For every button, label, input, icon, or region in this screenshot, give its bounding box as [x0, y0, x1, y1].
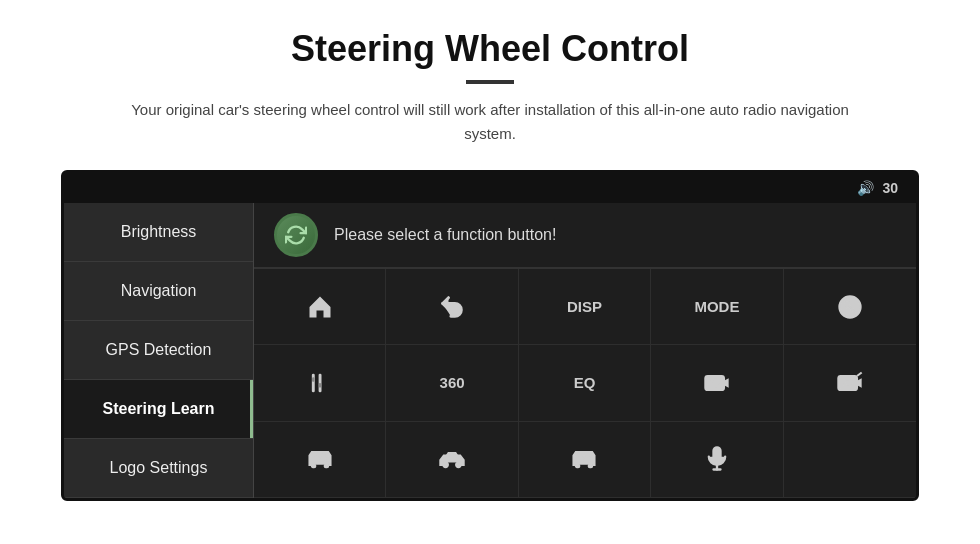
home-icon [306, 293, 334, 321]
car-cam2-button[interactable] [784, 345, 916, 421]
car-cam2-icon [836, 369, 864, 397]
device-content: Brightness Navigation GPS Detection Stee… [64, 203, 916, 498]
svg-point-18 [456, 463, 461, 468]
eq-label: EQ [574, 374, 596, 391]
device-top-bar: 🔊 30 [64, 173, 916, 203]
svg-point-17 [443, 463, 448, 468]
svg-line-12 [857, 372, 862, 376]
svg-point-11 [844, 379, 851, 386]
svg-point-8 [711, 379, 718, 386]
sidebar-item-navigation[interactable]: Navigation [64, 262, 253, 321]
volume-label: 30 [882, 180, 898, 196]
svg-rect-19 [576, 465, 580, 467]
car-rear-icon [570, 445, 598, 473]
car-side-button[interactable] [386, 422, 518, 498]
page-subtitle: Your original car's steering wheel contr… [110, 98, 870, 146]
main-header: Please select a function button! [254, 203, 916, 268]
svg-rect-13 [312, 465, 316, 467]
select-prompt: Please select a function button! [334, 226, 556, 244]
360-button[interactable]: 360 [386, 345, 518, 421]
phone-mute-button[interactable] [784, 269, 916, 345]
svg-rect-20 [589, 465, 593, 467]
main-panel: Please select a function button! [254, 203, 916, 498]
svg-rect-2 [312, 374, 315, 393]
car-cam1-icon [703, 369, 731, 397]
car-rear-button[interactable] [519, 422, 651, 498]
microphone-icon [703, 445, 731, 473]
page-wrapper: Steering Wheel Control Your original car… [0, 0, 980, 521]
home-button[interactable] [254, 269, 386, 345]
buttons-grid: DISP MODE [254, 268, 916, 498]
sidebar-item-steering-learn[interactable]: Steering Learn [64, 380, 253, 439]
mode-button[interactable]: MODE [651, 269, 783, 345]
car-side-icon [438, 445, 466, 473]
empty-cell [784, 422, 916, 498]
svg-rect-5 [319, 383, 321, 388]
back-icon [438, 293, 466, 321]
mode-label: MODE [694, 298, 739, 315]
svg-rect-3 [312, 377, 314, 382]
volume-icon: 🔊 [857, 180, 874, 196]
car-front-button[interactable] [254, 422, 386, 498]
eq-button[interactable]: EQ [519, 345, 651, 421]
page-title: Steering Wheel Control [40, 28, 940, 70]
sidebar-item-gps-detection[interactable]: GPS Detection [64, 321, 253, 380]
equalizer-button[interactable] [254, 345, 386, 421]
sidebar-item-logo-settings[interactable]: Logo Settings [64, 439, 253, 498]
microphone-button[interactable] [651, 422, 783, 498]
svg-rect-15 [314, 458, 319, 462]
360-label: 360 [440, 374, 465, 391]
sidebar-item-brightness[interactable]: Brightness [64, 203, 253, 262]
back-button[interactable] [386, 269, 518, 345]
car-front-icon [306, 445, 334, 473]
phone-mute-icon [836, 293, 864, 321]
svg-rect-16 [321, 458, 326, 462]
disp-button[interactable]: DISP [519, 269, 651, 345]
disp-label: DISP [567, 298, 602, 315]
refresh-button[interactable] [274, 213, 318, 257]
car-cam1-button[interactable] [651, 345, 783, 421]
equalizer-icon [306, 369, 334, 397]
sidebar: Brightness Navigation GPS Detection Stee… [64, 203, 254, 498]
svg-rect-14 [324, 465, 328, 467]
title-divider [466, 80, 514, 84]
device-screen: 🔊 30 Brightness Navigation GPS Detection… [61, 170, 919, 501]
svg-rect-4 [318, 374, 321, 393]
